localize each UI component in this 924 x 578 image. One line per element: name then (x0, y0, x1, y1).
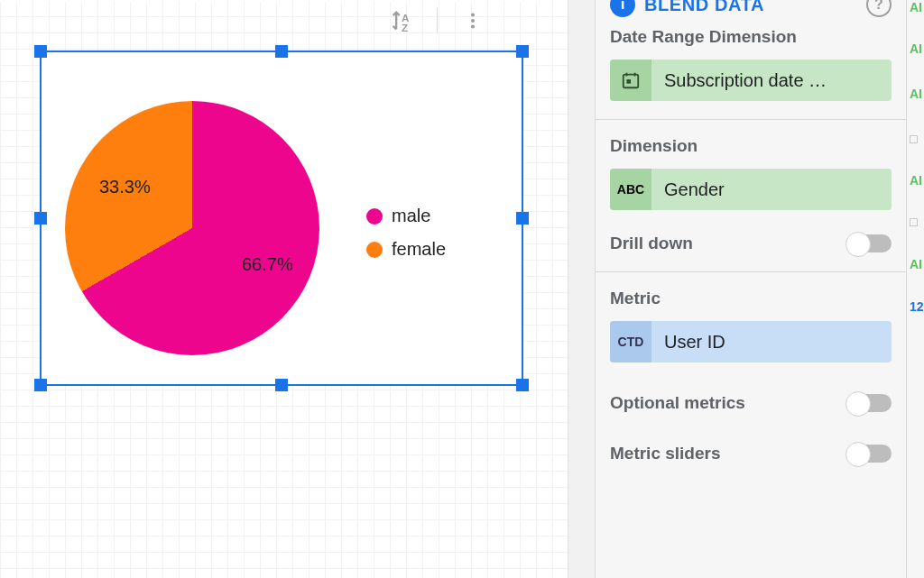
resize-handle-tr[interactable] (516, 45, 529, 58)
label-metric-sliders: Metric sliders (610, 444, 721, 463)
toggle-optional-metrics[interactable] (848, 394, 892, 412)
legend-label-female: female (392, 239, 446, 260)
more-options-icon[interactable] (457, 5, 488, 36)
rail-item-6[interactable]: AI (910, 257, 922, 271)
svg-point-4 (471, 24, 475, 28)
label-metric: Metric (610, 289, 892, 308)
abc-type-icon: ABC (610, 169, 651, 210)
label-optional-metrics: Optional metrics (610, 393, 745, 413)
rail-item-7[interactable]: 12 (910, 299, 924, 314)
rail-item-5[interactable]: □ (910, 215, 917, 229)
toggle-drill-down[interactable] (848, 234, 892, 252)
section-dimension: Dimension ABC Gender Drill down (596, 120, 906, 272)
chip-metric[interactable]: CTD User ID (610, 321, 892, 362)
pie-slice-label-female: 33.3% (99, 177, 151, 197)
svg-text:Z: Z (402, 22, 408, 33)
ctd-type-icon: CTD (610, 321, 651, 362)
legend-label-male: male (392, 206, 430, 226)
resize-handle-lm[interactable] (34, 212, 47, 225)
chip-date-range[interactable]: Subscription date … (610, 60, 892, 101)
chip-date-range-label: Subscription date … (651, 70, 892, 91)
rail-item-2[interactable]: AI (910, 87, 922, 101)
canvas-top-tools: A Z (386, 5, 488, 36)
chart-selection-frame[interactable]: 33.3% 66.7% male female (40, 50, 523, 386)
toolbar-divider (437, 8, 438, 33)
legend-swatch-female (366, 242, 383, 258)
resize-handle-tl[interactable] (34, 45, 47, 58)
resize-handle-bm[interactable] (275, 379, 288, 391)
section-blend: i BLEND DATA ? Date Range Dimension Subs… (596, 0, 906, 120)
legend-swatch-male (366, 208, 383, 225)
chip-dimension[interactable]: ABC Gender (610, 169, 892, 210)
chip-dimension-label: Gender (651, 179, 892, 200)
svg-rect-6 (626, 79, 631, 84)
legend-item-female[interactable]: female (366, 239, 446, 260)
label-date-range-dimension: Date Range Dimension (610, 27, 892, 47)
right-rail: AI AI AI □ AI □ AI 12 (906, 0, 924, 578)
chip-metric-label: User ID (651, 332, 892, 353)
info-badge-icon[interactable]: i (610, 0, 635, 17)
resize-handle-br[interactable] (516, 379, 529, 391)
rail-item-4[interactable]: AI (910, 173, 922, 188)
config-panel: i BLEND DATA ? Date Range Dimension Subs… (596, 0, 906, 578)
rail-item-1[interactable]: AI (910, 41, 922, 56)
svg-point-2 (471, 14, 475, 17)
calendar-icon (610, 60, 651, 101)
resize-handle-tm[interactable] (275, 45, 288, 58)
rail-item-3[interactable]: □ (910, 132, 917, 146)
label-dimension: Dimension (610, 136, 892, 156)
label-drill-down: Drill down (610, 234, 693, 253)
legend-item-male[interactable]: male (366, 206, 446, 226)
canvas-area[interactable]: A Z 33.3% 66.7% male (0, 0, 568, 578)
toggle-metric-sliders[interactable] (848, 445, 892, 463)
resize-handle-bl[interactable] (34, 379, 47, 391)
resize-handle-rm[interactable] (516, 212, 529, 225)
panel-gutter[interactable] (568, 0, 596, 578)
blend-data-button[interactable]: BLEND DATA (644, 0, 764, 15)
section-metric: Metric CTD User ID Optional metrics Metr… (596, 272, 906, 482)
pie-chart: 33.3% 66.7% (65, 101, 336, 372)
svg-point-3 (471, 19, 475, 23)
pie-disc (65, 101, 319, 355)
chart-legend: male female (366, 206, 446, 260)
rail-item-0[interactable]: AI (910, 0, 922, 14)
help-icon[interactable]: ? (866, 0, 892, 17)
sort-az-icon[interactable]: A Z (386, 5, 417, 36)
pie-slice-label-male: 66.7% (242, 254, 293, 275)
